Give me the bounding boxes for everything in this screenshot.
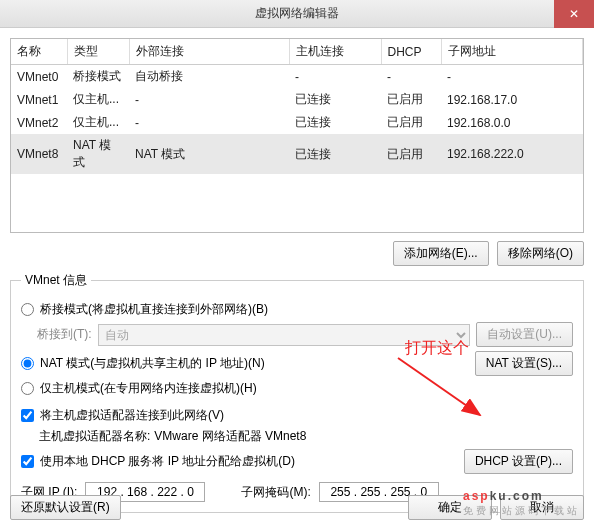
chk-dhcp-label[interactable]: 使用本地 DHCP 服务将 IP 地址分配给虚拟机(D) — [21, 453, 295, 470]
title-bar: 虚拟网络编辑器 ✕ — [0, 0, 594, 28]
chk-host-adapter-label[interactable]: 将主机虚拟适配器连接到此网络(V) — [21, 407, 224, 424]
watermark: aspku.com 免费网站源码下载站 — [463, 480, 580, 518]
dhcp-settings-button[interactable]: DHCP 设置(P)... — [464, 449, 573, 474]
table-row[interactable]: VMnet0桥接模式自动桥接--- — [11, 65, 583, 89]
bridge-to-select: 自动 — [98, 324, 471, 346]
table-header[interactable]: DHCP — [381, 39, 441, 65]
table-header[interactable]: 名称 — [11, 39, 67, 65]
networks-table[interactable]: 名称类型外部连接主机连接DHCP子网地址 VMnet0桥接模式自动桥接---VM… — [10, 38, 584, 233]
table-header[interactable]: 子网地址 — [441, 39, 583, 65]
radio-nat[interactable] — [21, 357, 34, 370]
table-row[interactable]: VMnet8NAT 模式NAT 模式已连接已启用192.168.222.0 — [11, 134, 583, 174]
table-row[interactable]: VMnet2仅主机...-已连接已启用192.168.0.0 — [11, 111, 583, 134]
radio-nat-label[interactable]: NAT 模式(与虚拟机共享主机的 IP 地址)(N) — [21, 355, 265, 372]
fieldset-legend: VMnet 信息 — [21, 272, 91, 289]
vmnet-info-fieldset: VMnet 信息 桥接模式(将虚拟机直接连接到外部网络)(B) 桥接到(T): … — [10, 272, 584, 513]
add-network-button[interactable]: 添加网络(E)... — [393, 241, 489, 266]
host-adapter-name-label: 主机虚拟适配器名称: — [39, 428, 150, 445]
chk-host-adapter[interactable] — [21, 409, 34, 422]
host-adapter-name-value: VMware 网络适配器 VMnet8 — [154, 428, 306, 445]
window-title: 虚拟网络编辑器 — [255, 5, 339, 22]
table-header[interactable]: 外部连接 — [129, 39, 289, 65]
table-row[interactable]: VMnet1仅主机...-已连接已启用192.168.17.0 — [11, 88, 583, 111]
chk-dhcp[interactable] — [21, 455, 34, 468]
remove-network-button[interactable]: 移除网络(O) — [497, 241, 584, 266]
radio-hostonly[interactable] — [21, 382, 34, 395]
close-icon: ✕ — [569, 7, 579, 21]
close-button[interactable]: ✕ — [554, 0, 594, 28]
restore-defaults-button[interactable]: 还原默认设置(R) — [10, 495, 121, 520]
table-header[interactable]: 类型 — [67, 39, 129, 65]
bridge-to-label: 桥接到(T): — [37, 326, 92, 343]
auto-settings-button: 自动设置(U)... — [476, 322, 573, 347]
radio-bridge[interactable] — [21, 303, 34, 316]
nat-settings-button[interactable]: NAT 设置(S)... — [475, 351, 573, 376]
radio-bridge-label[interactable]: 桥接模式(将虚拟机直接连接到外部网络)(B) — [21, 301, 268, 318]
table-header[interactable]: 主机连接 — [289, 39, 381, 65]
radio-hostonly-label[interactable]: 仅主机模式(在专用网络内连接虚拟机)(H) — [21, 380, 257, 397]
